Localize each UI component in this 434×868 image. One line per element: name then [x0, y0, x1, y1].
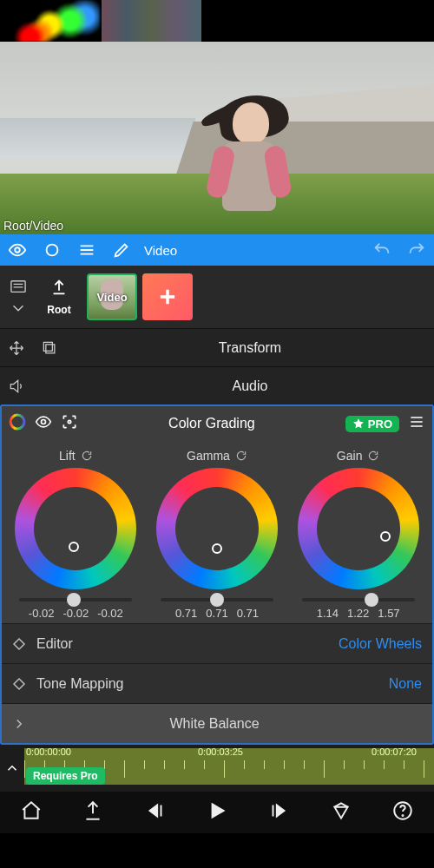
- clip-thumbnail-video[interactable]: Video: [87, 273, 137, 320]
- home-icon[interactable]: [20, 799, 43, 825]
- transform-label: Transform: [66, 340, 434, 356]
- editor-value: Color Wheels: [339, 636, 422, 652]
- root-label: Root: [36, 304, 82, 316]
- audio-label: Audio: [66, 378, 434, 394]
- svg-point-0: [15, 247, 20, 253]
- diamond-icon[interactable]: [330, 799, 352, 825]
- wheel-value: 1.14: [317, 607, 339, 620]
- tonemapping-row[interactable]: Tone Mapping None: [2, 663, 432, 703]
- reset-icon[interactable]: [367, 450, 379, 462]
- color-wheel-gamma[interactable]: Gamma0.710.710.71: [149, 448, 285, 620]
- pro-badge[interactable]: PRO: [345, 416, 399, 432]
- timecode-1: 0:00:03:25: [198, 746, 243, 757]
- color-ring[interactable]: [156, 468, 278, 589]
- reset-icon[interactable]: [235, 450, 247, 462]
- white-balance-row[interactable]: White Balance: [2, 703, 432, 743]
- svg-point-9: [403, 815, 404, 816]
- export-icon[interactable]: [82, 799, 104, 825]
- step-forward-icon[interactable]: [267, 799, 290, 825]
- editor-row[interactable]: Editor Color Wheels: [2, 623, 432, 663]
- copy-icon: [36, 339, 62, 357]
- clip-name-label: Video: [144, 243, 177, 258]
- keyframe-icon: [7, 676, 31, 692]
- clip-toolbar: Video: [0, 234, 434, 266]
- svg-point-7: [68, 420, 70, 423]
- wheel-value: 1.22: [347, 607, 369, 620]
- video-preview[interactable]: Root/Video: [0, 0, 434, 234]
- keyframe-icon: [7, 636, 31, 652]
- tonemapping-value: None: [389, 676, 422, 692]
- pro-label: PRO: [368, 418, 392, 431]
- wheel-value: 0.71: [237, 607, 259, 620]
- wheel-value: -0.02: [97, 607, 123, 620]
- layers-toggle[interactable]: [5, 279, 31, 315]
- panel-menu-icon[interactable]: [408, 414, 425, 433]
- focus-icon[interactable]: [61, 413, 78, 434]
- color-wheel-gain[interactable]: Gain1.141.221.57: [291, 448, 426, 620]
- color-ring[interactable]: [15, 468, 136, 589]
- wheel-label: Gamma: [187, 449, 230, 463]
- requires-pro-badge[interactable]: Requires Pro: [26, 767, 105, 785]
- speaker-icon: [3, 378, 30, 395]
- bottom-bar: [0, 792, 434, 833]
- editor-label: Editor: [36, 636, 73, 652]
- root-button[interactable]: Root: [36, 278, 82, 316]
- svg-rect-4: [43, 342, 52, 351]
- svg-rect-2: [11, 281, 25, 293]
- step-back-icon[interactable]: [144, 799, 167, 825]
- color-grading-panel: Color Grading PRO Lift-0.02-0.02-0.02Gam…: [0, 404, 434, 745]
- color-ring-icon[interactable]: [9, 413, 26, 434]
- waveform-scope[interactable]: [0, 0, 100, 42]
- svg-point-6: [42, 420, 46, 424]
- visibility-icon[interactable]: [0, 240, 35, 260]
- reset-icon[interactable]: [81, 450, 93, 462]
- wheel-value: 0.71: [175, 607, 197, 620]
- svg-rect-3: [46, 344, 55, 352]
- color-grading-title: Color Grading: [87, 416, 337, 431]
- visibility-icon[interactable]: [35, 413, 52, 434]
- help-icon[interactable]: [391, 799, 414, 825]
- wheel-label: Gain: [337, 449, 363, 463]
- undo-icon[interactable]: [365, 240, 399, 260]
- preview-path-label: Root/Video: [3, 219, 63, 233]
- preview-frame[interactable]: Root/Video: [0, 42, 434, 234]
- wheel-value: 1.57: [378, 607, 399, 620]
- color-wheel-lift[interactable]: Lift-0.02-0.02-0.02: [8, 448, 143, 620]
- white-balance-label: White Balance: [169, 716, 259, 732]
- audio-row[interactable]: Audio: [0, 366, 434, 404]
- wheel-value: -0.02: [29, 607, 55, 620]
- wheel-label: Lift: [59, 449, 76, 463]
- luma-slider[interactable]: [19, 598, 132, 602]
- add-clip-button[interactable]: [142, 273, 193, 320]
- move-icon: [3, 339, 30, 357]
- timeline[interactable]: 0:00:00:00 0:00:03:25 0:00:07:20 Require…: [0, 745, 434, 792]
- wheel-value: -0.02: [63, 607, 89, 620]
- timecode-0: 0:00:00:00: [26, 746, 71, 757]
- luma-slider[interactable]: [161, 598, 273, 602]
- chevron-right-icon: [7, 716, 31, 732]
- transform-row[interactable]: Transform: [0, 328, 434, 366]
- play-icon[interactable]: [206, 799, 228, 825]
- color-ring[interactable]: [298, 468, 419, 589]
- svg-point-1: [47, 245, 58, 256]
- redo-icon[interactable]: [399, 240, 434, 260]
- record-icon[interactable]: [35, 240, 69, 260]
- clip-thumbnail-label: Video: [89, 291, 135, 304]
- parade-scope[interactable]: [102, 0, 201, 42]
- menu-icon[interactable]: [69, 240, 104, 260]
- edit-icon[interactable]: [104, 240, 139, 260]
- timeline-expand-icon[interactable]: [0, 745, 24, 792]
- wheel-value: 0.71: [206, 607, 227, 620]
- tonemapping-label: Tone Mapping: [36, 676, 124, 692]
- clip-row: Root Video: [0, 266, 434, 328]
- luma-slider[interactable]: [302, 598, 415, 602]
- timecode-2: 0:00:07:20: [372, 746, 417, 757]
- svg-point-5: [10, 415, 24, 429]
